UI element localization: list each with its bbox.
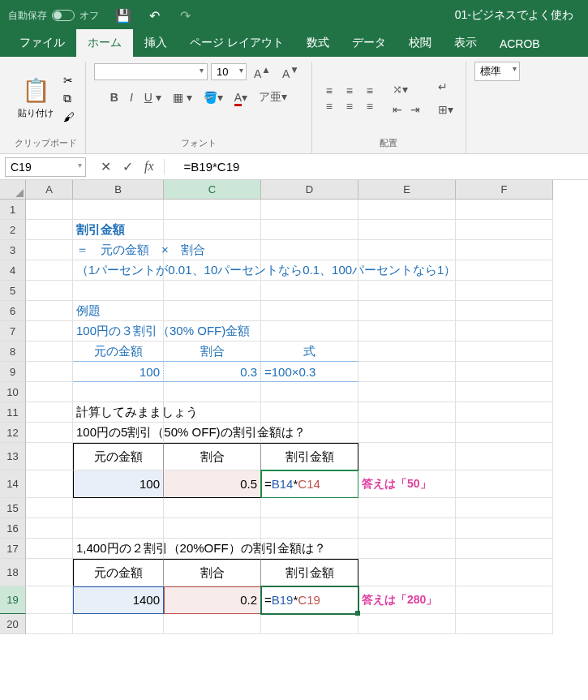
cell-e1[interactable] — [358, 200, 456, 220]
cell-e12[interactable] — [358, 423, 456, 443]
col-c[interactable]: C — [164, 180, 261, 200]
row-7[interactable]: 7 — [0, 321, 26, 341]
col-e[interactable]: E — [358, 180, 456, 200]
cell-f7[interactable] — [456, 321, 553, 341]
cell-e8[interactable] — [358, 341, 456, 362]
cell-b15[interactable] — [73, 498, 164, 518]
font-color-button[interactable]: A▾ — [230, 88, 251, 106]
font-size-combo[interactable]: 10 — [211, 63, 247, 80]
cell-e19[interactable]: 答えは「280」 — [358, 586, 456, 614]
cell-b7[interactable]: 100円の３割引（30% OFF)金額 — [73, 321, 164, 341]
paste-button[interactable]: 📋 貼り付け — [15, 74, 57, 122]
undo-icon[interactable]: ↶ — [146, 7, 162, 24]
align-center-icon[interactable]: ≡ — [341, 100, 358, 113]
col-d[interactable]: D — [261, 180, 358, 200]
cell-f12[interactable] — [456, 423, 553, 443]
cell-b14[interactable]: 100 — [73, 470, 164, 498]
cell-a10[interactable] — [26, 382, 73, 402]
cell-e11[interactable] — [358, 402, 456, 423]
cell-e17[interactable] — [358, 539, 456, 559]
cell-b20[interactable] — [73, 614, 164, 634]
cell-b19[interactable]: 1400 — [73, 586, 164, 614]
cell-f1[interactable] — [456, 200, 553, 220]
cell-b3[interactable]: ＝ 元の金額 × 割合 — [73, 240, 164, 260]
row-9[interactable]: 9 — [0, 362, 26, 382]
tab-page-layout[interactable]: ページ レイアウト — [178, 29, 295, 57]
select-all-corner[interactable] — [0, 180, 26, 200]
row-5[interactable]: 5 — [0, 281, 26, 301]
cell-f16[interactable] — [456, 518, 553, 539]
cell-a3[interactable] — [26, 240, 73, 260]
tab-data[interactable]: データ — [341, 29, 397, 57]
cell-d10[interactable] — [261, 382, 358, 402]
cell-b8[interactable]: 元の金額 — [73, 341, 164, 362]
cell-a7[interactable] — [26, 321, 73, 341]
align-right-icon[interactable]: ≡ — [361, 100, 379, 113]
cell-f6[interactable] — [456, 301, 553, 321]
cell-c15[interactable] — [164, 498, 261, 518]
cell-a1[interactable] — [26, 200, 73, 220]
cell-a8[interactable] — [26, 341, 73, 362]
cell-a20[interactable] — [26, 614, 73, 634]
col-a[interactable]: A — [26, 180, 73, 200]
align-middle-icon[interactable]: ≡ — [341, 84, 358, 97]
cell-b18[interactable]: 元の金額 — [73, 559, 164, 586]
cell-d13[interactable]: 割引金額 — [261, 443, 358, 470]
cell-e15[interactable] — [358, 498, 456, 518]
row-11[interactable]: 11 — [0, 402, 26, 423]
col-b[interactable]: B — [73, 180, 164, 200]
cell-f13[interactable] — [456, 443, 553, 470]
row-14[interactable]: 14 — [0, 470, 26, 498]
cell-b2[interactable]: 割引金額 — [73, 220, 164, 240]
cell-e10[interactable] — [358, 382, 456, 402]
bold-button[interactable]: B — [106, 88, 122, 106]
tab-file[interactable]: ファイル — [8, 29, 76, 57]
cell-a14[interactable] — [26, 470, 73, 498]
row-13[interactable]: 13 — [0, 443, 26, 470]
cell-f9[interactable] — [456, 362, 553, 382]
cell-f20[interactable] — [456, 614, 553, 634]
wrap-text-button[interactable]: ↵ — [434, 78, 457, 96]
orientation-button[interactable]: ⤭▾ — [388, 80, 424, 98]
cell-b13[interactable]: 元の金額 — [73, 443, 164, 470]
cell-a6[interactable] — [26, 301, 73, 321]
align-left-icon[interactable]: ≡ — [320, 100, 338, 113]
number-format-combo[interactable]: 標準 — [474, 62, 520, 81]
copy-icon[interactable]: ⧉ — [63, 92, 75, 105]
fx-icon[interactable]: fx — [144, 159, 165, 174]
phonetic-button[interactable]: ア亜▾ — [255, 88, 291, 107]
merge-center-button[interactable]: ⊞▾ — [434, 101, 457, 118]
cell-b6[interactable]: 例題 — [73, 301, 164, 321]
row-4[interactable]: 4 — [0, 260, 26, 281]
cell-d19[interactable]: =B19*C19 — [261, 586, 358, 614]
row-15[interactable]: 15 — [0, 498, 26, 518]
cell-e3[interactable] — [358, 240, 456, 260]
cell-e2[interactable] — [358, 220, 456, 240]
cell-d8[interactable]: 式 — [261, 341, 358, 362]
autosave-toggle[interactable]: 自動保存 オフ — [8, 9, 99, 23]
align-top-icon[interactable]: ≡ — [320, 84, 338, 97]
cell-a15[interactable] — [26, 498, 73, 518]
vertical-align[interactable]: ≡ ≡ ≡ ≡ ≡ ≡ — [320, 84, 379, 113]
cell-a19[interactable] — [26, 586, 73, 614]
enter-icon[interactable]: ✓ — [122, 159, 133, 174]
cell-e5[interactable] — [358, 281, 456, 301]
cell-f8[interactable] — [456, 341, 553, 362]
cell-f19[interactable] — [456, 586, 553, 614]
cell-a9[interactable] — [26, 362, 73, 382]
name-box[interactable]: C19 — [5, 157, 86, 177]
cell-e14[interactable]: 答えは「50」 — [358, 470, 456, 498]
cell-d14[interactable]: =B14*C14 — [261, 470, 358, 498]
formula-input[interactable] — [174, 157, 588, 176]
cell-c16[interactable] — [164, 518, 261, 539]
cell-c20[interactable] — [164, 614, 261, 634]
cell-b12[interactable]: 100円の5割引（50% OFF)の割引金額は？ — [73, 423, 164, 443]
cell-e16[interactable] — [358, 518, 456, 539]
cell-f2[interactable] — [456, 220, 553, 240]
row-19[interactable]: 19 — [0, 586, 26, 614]
cell-b4[interactable]: （1パーセントが0.01、10パーセントなら0.1、100パーセントなら1） — [73, 260, 164, 281]
grow-font-icon[interactable]: A▲ — [250, 62, 275, 83]
tab-review[interactable]: 校閲 — [397, 29, 443, 57]
cell-c2[interactable] — [164, 220, 261, 240]
cell-c8[interactable]: 割合 — [164, 341, 261, 362]
